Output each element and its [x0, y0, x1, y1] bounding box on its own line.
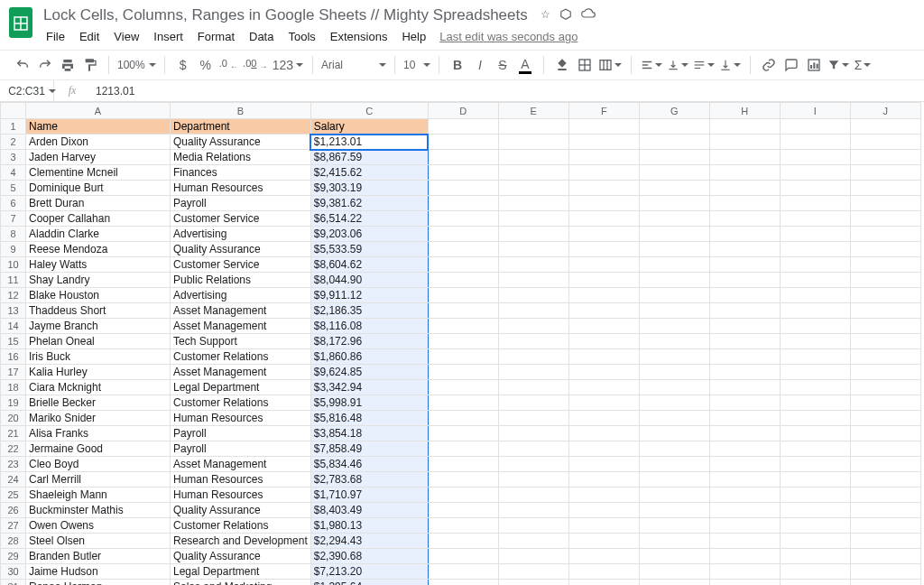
cell-G27[interactable] [639, 518, 709, 534]
cell-A21[interactable]: Alisa Franks [26, 426, 171, 441]
cell-C12[interactable]: $9,911.12 [310, 288, 428, 303]
cell-E17[interactable] [498, 365, 568, 380]
cell-D24[interactable] [428, 472, 498, 488]
row-header-8[interactable]: 8 [1, 227, 26, 242]
row-header-31[interactable]: 31 [1, 580, 26, 586]
cell-G10[interactable] [639, 257, 709, 273]
cell-D28[interactable] [428, 534, 498, 549]
cell-J8[interactable] [850, 227, 920, 242]
cell-D10[interactable] [428, 257, 498, 273]
cell-B30[interactable]: Legal Department [171, 564, 311, 580]
cell-E14[interactable] [498, 319, 568, 334]
cell-C11[interactable]: $8,044.90 [310, 273, 428, 288]
row-header-20[interactable]: 20 [1, 411, 26, 426]
move-icon[interactable] [559, 8, 572, 23]
row-header-18[interactable]: 18 [1, 380, 26, 395]
cell-A12[interactable]: Blake Houston [26, 288, 171, 303]
cell-F10[interactable] [568, 257, 639, 273]
row-header-19[interactable]: 19 [1, 395, 26, 411]
cell-F31[interactable] [568, 580, 639, 586]
cell-G3[interactable] [639, 150, 709, 165]
font-select[interactable]: Arial [318, 55, 390, 75]
strikethrough-button[interactable]: S [492, 54, 513, 76]
cell-F27[interactable] [568, 518, 639, 534]
cell-A20[interactable]: Mariko Snider [26, 411, 171, 426]
cell-B20[interactable]: Human Resources [171, 411, 311, 426]
menu-help[interactable]: Help [395, 27, 432, 46]
cell-I12[interactable] [780, 288, 850, 303]
cell-D26[interactable] [428, 503, 498, 518]
cell-D19[interactable] [428, 395, 498, 411]
cell-H8[interactable] [709, 227, 780, 242]
cell-A9[interactable]: Reese Mendoza [26, 242, 171, 257]
cell-D16[interactable] [428, 349, 498, 365]
row-header-26[interactable]: 26 [1, 503, 26, 518]
text-wrap-button[interactable] [691, 54, 716, 76]
menu-file[interactable]: File [40, 27, 71, 46]
cell-G2[interactable] [639, 135, 709, 150]
cell-I8[interactable] [780, 227, 850, 242]
cell-B3[interactable]: Media Relations [171, 150, 311, 165]
cell-C8[interactable]: $9,203.06 [310, 227, 428, 242]
cell-F19[interactable] [568, 395, 639, 411]
cell-C23[interactable]: $5,834.46 [310, 457, 428, 472]
cell-J28[interactable] [850, 534, 920, 549]
cell-E31[interactable] [498, 580, 568, 586]
cell-I6[interactable] [780, 196, 850, 211]
cell-G6[interactable] [639, 196, 709, 211]
row-header-11[interactable]: 11 [1, 273, 26, 288]
italic-button[interactable]: I [469, 54, 491, 76]
edit-status[interactable]: Last edit was seconds ago [439, 30, 578, 43]
cell-J9[interactable] [850, 242, 920, 257]
sheets-logo[interactable] [9, 7, 32, 38]
cell-E22[interactable] [498, 441, 568, 457]
cell-J13[interactable] [850, 303, 920, 319]
cell-E19[interactable] [498, 395, 568, 411]
cell-H1[interactable] [709, 119, 780, 135]
cell-I11[interactable] [780, 273, 850, 288]
cell-H16[interactable] [709, 349, 780, 365]
cell-A2[interactable]: Arden Dixon [26, 135, 171, 150]
cell-J1[interactable] [850, 119, 920, 135]
col-header-H[interactable]: H [709, 103, 780, 119]
cell-J22[interactable] [850, 441, 920, 457]
cell-H10[interactable] [709, 257, 780, 273]
cell-E4[interactable] [498, 165, 568, 181]
cell-D12[interactable] [428, 288, 498, 303]
cell-G12[interactable] [639, 288, 709, 303]
cell-A28[interactable]: Steel Olsen [26, 534, 171, 549]
cell-J7[interactable] [850, 211, 920, 227]
cell-C15[interactable]: $8,172.96 [310, 334, 428, 349]
cell-F7[interactable] [568, 211, 639, 227]
cell-G8[interactable] [639, 227, 709, 242]
row-header-12[interactable]: 12 [1, 288, 26, 303]
cell-E6[interactable] [498, 196, 568, 211]
cell-I23[interactable] [780, 457, 850, 472]
cell-C1[interactable]: Salary [310, 119, 428, 135]
cell-C25[interactable]: $1,710.97 [310, 488, 428, 503]
cell-J25[interactable] [850, 488, 920, 503]
cell-G13[interactable] [639, 303, 709, 319]
cell-C28[interactable]: $2,294.43 [310, 534, 428, 549]
cell-C27[interactable]: $1,980.13 [310, 518, 428, 534]
cell-J23[interactable] [850, 457, 920, 472]
cell-J26[interactable] [850, 503, 920, 518]
cell-C26[interactable]: $8,403.49 [310, 503, 428, 518]
cell-C31[interactable]: $1,395.64 [310, 580, 428, 586]
cell-I3[interactable] [780, 150, 850, 165]
cell-F18[interactable] [568, 380, 639, 395]
col-header-B[interactable]: B [171, 103, 311, 119]
print-button[interactable] [57, 54, 79, 76]
cell-B5[interactable]: Human Resources [171, 181, 311, 196]
cell-B24[interactable]: Human Resources [171, 472, 311, 488]
cell-F21[interactable] [568, 426, 639, 441]
cell-B15[interactable]: Tech Support [171, 334, 311, 349]
row-header-2[interactable]: 2 [1, 135, 26, 150]
cell-F8[interactable] [568, 227, 639, 242]
cell-G28[interactable] [639, 534, 709, 549]
cell-A19[interactable]: Brielle Becker [26, 395, 171, 411]
cell-E5[interactable] [498, 181, 568, 196]
cell-I24[interactable] [780, 472, 850, 488]
cell-D6[interactable] [428, 196, 498, 211]
cell-B2[interactable]: Quality Assurance [171, 135, 311, 150]
